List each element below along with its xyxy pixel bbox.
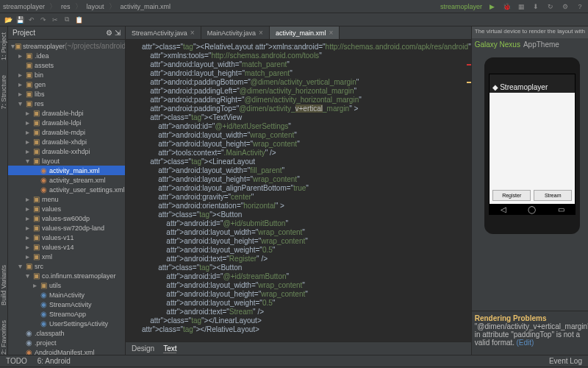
project-gear-icon[interactable]: ⚙ ⇲ [106,29,121,37]
tree-assets[interactable]: ▣assets [8,60,125,70]
nav-bar: ◁◯▭ [490,204,575,214]
android-tab[interactable]: 6: Android [37,357,71,365]
editor-tabs: StreamActivity.java ×MainActivity.java ×… [126,26,471,40]
tw-buildvariants[interactable]: Build Variants [0,265,7,305]
tree-UserSettingsActivity[interactable]: ◉UserSettingsActivity [8,319,125,328]
tree-libs[interactable]: ▸▣libs [8,89,125,99]
sync-icon[interactable]: ↻ [545,1,556,12]
app-title: Streamoplayer [500,83,548,91]
preview-hint: The virtual device to render the layout … [472,26,588,38]
tree-values[interactable]: ▸▣values [8,204,125,213]
todo-tab[interactable]: TODO [6,357,27,365]
tw-favorites[interactable]: 2: Favorites [0,320,7,355]
tree-values-v11[interactable]: ▸▣values-v11 [8,233,125,242]
bc-3[interactable]: activity_main.xml [121,3,171,10]
tree-xml[interactable]: ▸▣xml [8,252,125,261]
redo-icon[interactable]: ↷ [38,15,49,25]
bc-0[interactable]: streamoplayer [3,3,45,10]
avd-icon[interactable]: ▦ [516,1,526,12]
tab-StreamActivity.java[interactable]: StreamActivity.java × [126,26,201,39]
render-errors: Rendering Problems "@dimen/activity_v+er… [472,311,588,355]
breadcrumb-bar: streamoplayer〉 res〉 layout〉 activity_mai… [0,0,588,13]
sdk-icon[interactable]: ⬇ [531,1,541,12]
tool-window-bar: TODO 6: Android Event Log [0,355,588,367]
settings-icon[interactable]: ⚙ [560,1,570,12]
tree-.classpath[interactable]: ◉.classpath [8,328,125,338]
tree-values-sw600dp[interactable]: ▸▣values-sw600dp [8,213,125,223]
tree-.idea[interactable]: ▸▣.idea [8,51,125,60]
back-icon[interactable]: ◁ [501,205,506,213]
tree-co.infinum.streamoplayer[interactable]: ▾▣co.infinum.streamoplayer [8,271,125,280]
tree-AndroidManifest.xml[interactable]: ◉AndroidManifest.xml [8,347,125,355]
bc-2[interactable]: layout [87,3,104,10]
code-editor[interactable]: attr">class="tag"><RelativeLayout attr">… [126,40,471,342]
tree-streamoplayer[interactable]: ▾▣streamoplayer (~/projects/android/... [8,41,125,51]
recent-icon[interactable]: ▭ [558,205,564,213]
stream-button[interactable]: Stream [534,190,572,201]
project-tree[interactable]: ▾▣streamoplayer (~/projects/android/...▸… [8,40,125,355]
tree-layout[interactable]: ▾▣layout [8,156,125,166]
tree-res[interactable]: ▾▣res [8,99,125,108]
designer-tabs: Design Text [126,342,471,355]
run-icon[interactable]: ▶ [487,1,497,12]
tree-activity_stream.xml[interactable]: ◉activity_stream.xml [8,175,125,185]
cut-icon[interactable]: ✂ [50,15,60,25]
tree-drawable-xhdpi[interactable]: ▸▣drawable-xhdpi [8,137,125,146]
tw-project[interactable]: 1: Project [0,32,7,60]
open-icon[interactable]: 📂 [3,15,13,25]
tree-activity_user_settings.xml[interactable]: ◉activity_user_settings.xml [8,185,125,194]
tw-structure[interactable]: 7: Structure [0,75,7,110]
device-select[interactable]: Galaxy Nexus [475,40,520,49]
run-config[interactable]: streamoplayer [440,3,482,10]
undo-icon[interactable]: ↶ [26,15,37,25]
text-tab[interactable]: Text [163,344,176,353]
tree-gen[interactable]: ▸▣gen [8,79,125,89]
project-tool-window: Project ⚙ ⇲ ▾▣streamoplayer (~/projects/… [8,26,126,355]
tree-StreamActivity[interactable]: ◉StreamActivity [8,300,125,309]
tree-.project[interactable]: ◉.project [8,338,125,347]
tree-drawable-xxhdpi[interactable]: ▸▣drawable-xxhdpi [8,146,125,156]
tree-src[interactable]: ▾▣src [8,261,125,271]
close-icon[interactable]: × [190,29,195,37]
layout-preview: The virtual device to render the layout … [471,26,588,355]
design-tab[interactable]: Design [132,344,154,353]
device-frame: ◆Streamoplayer Register Stream ◁◯▭ [484,57,580,234]
tab-MainActivity.java[interactable]: MainActivity.java × [201,26,270,39]
project-title: Project [12,29,35,37]
editor-area: StreamActivity.java ×MainActivity.java ×… [126,26,471,355]
tree-utils[interactable]: ▸▣utils [8,280,125,290]
eventlog-tab[interactable]: Event Log [549,357,582,365]
tree-MainActivity[interactable]: ◉MainActivity [8,290,125,300]
left-gutter: 1: Project 7: Structure Build Variants 2… [0,26,8,355]
register-button[interactable]: Register [492,190,531,201]
main-toolbar: 📂 💾 ↶ ↷ ✂ ⧉ 📋 [0,13,588,26]
tab-activity_main.xml[interactable]: activity_main.xml × [270,26,340,39]
paste-icon[interactable]: 📋 [74,15,84,25]
err-title: Rendering Problems [475,314,547,322]
theme-select[interactable]: AppTheme [523,40,559,49]
err-edit-link[interactable]: (Edit) [516,339,534,347]
tree-drawable-hdpi[interactable]: ▸▣drawable-hdpi [8,108,125,118]
status-bar [490,74,575,81]
tree-values-v14[interactable]: ▸▣values-v14 [8,242,125,252]
help-icon[interactable]: ? [575,1,585,12]
close-icon[interactable]: × [329,29,333,37]
save-icon[interactable]: 💾 [15,15,25,25]
android-icon: ◆ [492,83,498,91]
close-icon[interactable]: × [259,29,263,37]
tree-drawable-ldpi[interactable]: ▸▣drawable-ldpi [8,118,125,127]
error-stripe[interactable] [467,40,471,342]
tree-menu[interactable]: ▸▣menu [8,194,125,204]
copy-icon[interactable]: ⧉ [62,15,72,25]
tree-bin[interactable]: ▸▣bin [8,70,125,79]
tree-values-sw720dp-land[interactable]: ▸▣values-sw720dp-land [8,223,125,233]
debug-icon[interactable]: 🐞 [501,1,512,12]
home-icon[interactable]: ◯ [528,205,536,213]
tree-activity_main.xml[interactable]: ◉activity_main.xml [8,166,125,175]
tree-drawable-mdpi[interactable]: ▸▣drawable-mdpi [8,127,125,137]
bc-1[interactable]: res [61,3,71,10]
tree-StreamoApp[interactable]: ◉StreamoApp [8,309,125,319]
